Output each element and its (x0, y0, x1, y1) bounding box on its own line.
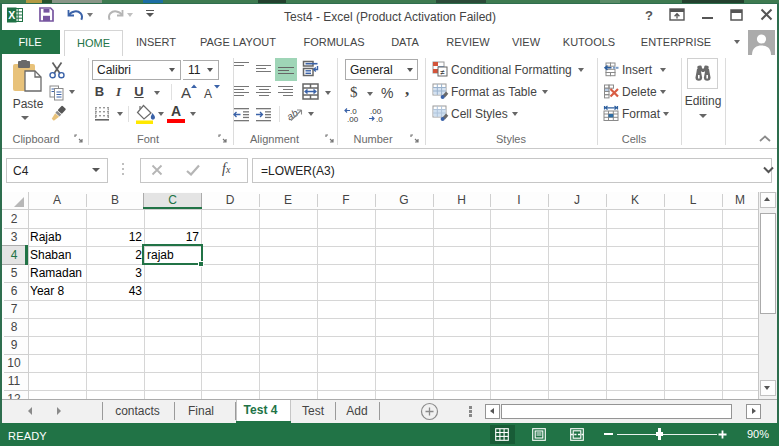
svg-text:X: X (8, 9, 15, 21)
svg-text:A: A (181, 84, 191, 101)
svg-text:≠: ≠ (440, 68, 445, 77)
svg-text:A: A (204, 87, 212, 101)
svg-text:.0: .0 (376, 115, 383, 123)
svg-text:.00: .00 (347, 115, 359, 123)
svg-text:ab: ab (287, 107, 300, 123)
